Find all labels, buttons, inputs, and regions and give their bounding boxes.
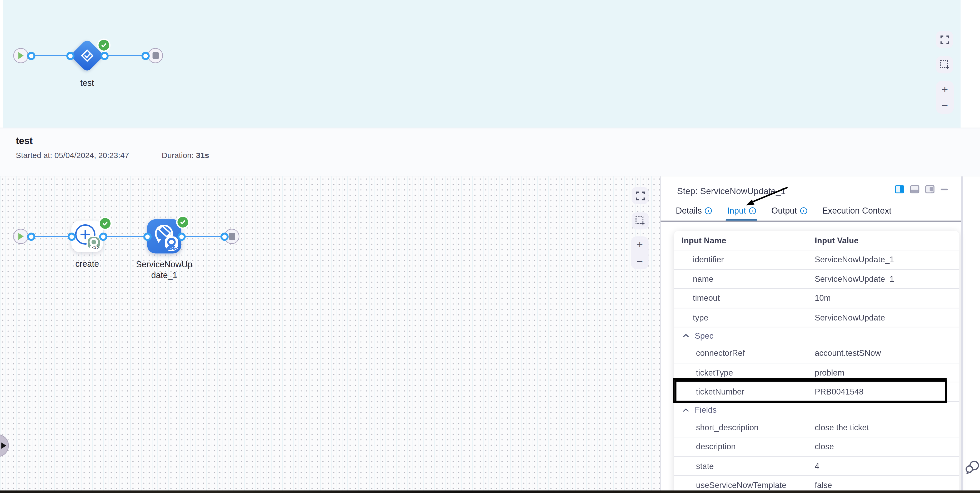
started-label: Started at: (16, 151, 52, 160)
input-row-identifier: identifierServiceNowUpdate_1 (674, 250, 959, 270)
run-duration: Duration: 31s (162, 151, 209, 160)
input-value-cell: 4 (815, 461, 959, 471)
chevron-up-icon[interactable] (682, 408, 689, 412)
tab-label: Output (771, 206, 797, 215)
fullscreen-icon (940, 35, 949, 44)
input-value-cell: close (815, 442, 959, 452)
input-name-cell: connectorRef (674, 348, 815, 358)
code-icon: </> (92, 245, 100, 250)
input-name-cell: description (674, 442, 815, 452)
input-value-cell: ServiceNowUpdate (815, 313, 959, 322)
group-header-spec[interactable]: Spec (674, 327, 959, 344)
input-name-cell: useServiceNowTemplate (674, 480, 815, 490)
step-node-servicenowupdate-1[interactable]: </> (147, 219, 181, 254)
tab-label: Execution Context (822, 206, 891, 215)
play-icon (18, 52, 24, 59)
layout-right-panel-icon[interactable] (895, 185, 904, 193)
tab-details[interactable]: Details i (676, 206, 712, 220)
success-check-badge-icon (176, 215, 189, 228)
input-value-cell: ServiceNowUpdate_1 (815, 255, 959, 265)
page: test + − test Started at: 05/04/2024, 20… (0, 0, 980, 493)
edge-connector (31, 236, 72, 237)
chat-icon[interactable] (965, 460, 980, 475)
step-details-panel: Step: ServiceNowUpdate_1 Details (660, 176, 980, 493)
input-row-connectorRef: connectorRefaccount.testSNow (674, 344, 959, 363)
panel-tabs: Details i Input i Output i Execution Con… (676, 202, 891, 221)
input-name-cell: short_description (674, 423, 815, 432)
success-check-badge-icon (97, 38, 111, 52)
minimize-icon[interactable] (940, 185, 948, 193)
panel-layout-controls (895, 185, 948, 193)
node-port (27, 232, 35, 241)
pipeline-end-node (148, 48, 163, 63)
node-port (143, 232, 151, 241)
stop-icon (152, 52, 159, 59)
panel-expand-handle[interactable] (0, 434, 9, 457)
tab-output[interactable]: Output i (771, 206, 807, 220)
marquee-select-icon (940, 60, 949, 70)
run-info-bar: test Started at: 05/04/2024, 20:23:47 Du… (0, 128, 980, 176)
input-row-short_description: short_descriptionclose the ticket (674, 418, 959, 437)
input-value-cell: problem (815, 368, 959, 377)
step-label[interactable]: ServiceNowUpdate_1 (134, 259, 194, 281)
panel-title: Step: ServiceNowUpdate_1 (677, 186, 786, 196)
input-row-name: nameServiceNowUpdate_1 (674, 270, 959, 289)
tab-execution-context[interactable]: Execution Context (822, 206, 891, 220)
step-graph-canvas[interactable]: </> create </ (0, 176, 660, 493)
input-table-body: identifierServiceNowUpdate_1nameServiceN… (674, 250, 959, 493)
input-name-cell: name (674, 274, 815, 284)
step-node-create[interactable]: </> (71, 221, 103, 252)
info-icon[interactable]: i (800, 207, 807, 214)
zoom-out-button[interactable]: − (936, 97, 954, 114)
input-name-cell: identifier (674, 255, 815, 265)
input-name-cell: ticketType (674, 368, 815, 377)
node-port (141, 52, 149, 60)
edge-connector (103, 236, 147, 237)
zoom-in-button[interactable]: + (936, 81, 954, 97)
stage-label[interactable]: test (49, 78, 125, 88)
node-port (220, 232, 228, 241)
caret-right-icon (1, 442, 6, 449)
edge-connector (104, 55, 145, 56)
node-port (67, 232, 76, 241)
input-row-type: typeServiceNowUpdate (674, 308, 959, 327)
input-row-timeout: timeout10m (674, 289, 959, 308)
tab-input[interactable]: Input i (727, 206, 756, 220)
layout-bottom-panel-icon[interactable] (910, 185, 920, 193)
chevron-up-icon[interactable] (682, 333, 689, 337)
pipeline-start-node (13, 48, 29, 63)
group-label: Fields (695, 405, 717, 415)
input-row-ticketNumber: ticketNumberPRB0041548 (674, 382, 959, 402)
tab-label: Input (727, 206, 746, 215)
input-row-description: descriptionclose (674, 437, 959, 457)
pipeline-start-node (13, 229, 29, 244)
group-label: Spec (695, 331, 713, 340)
node-port (66, 52, 74, 60)
group-header-fields[interactable]: Fields (674, 402, 959, 418)
input-value-cell: 10m (815, 294, 959, 303)
input-row-state: state4 (674, 457, 959, 476)
marquee-select-button[interactable] (632, 212, 649, 230)
info-icon[interactable]: i (705, 207, 712, 214)
fullscreen-button[interactable] (632, 187, 649, 204)
input-value-cell: false (815, 480, 959, 490)
fullscreen-button[interactable] (936, 31, 953, 48)
zoom-controls: + − (631, 236, 649, 270)
zoom-out-button[interactable]: − (631, 253, 649, 269)
zoom-in-button[interactable]: + (631, 236, 649, 253)
success-check-badge-icon (98, 217, 111, 230)
panel-scrollbar-track[interactable] (961, 176, 963, 491)
step-label[interactable]: create (56, 259, 119, 269)
layout-floating-panel-icon[interactable] (925, 185, 935, 193)
info-icon[interactable]: i (749, 207, 756, 214)
input-name-cell: ticketNumber (674, 387, 815, 396)
run-title: test (16, 136, 33, 146)
marquee-select-button[interactable] (936, 56, 953, 73)
input-name-cell: type (674, 313, 815, 322)
column-header: Input Value (815, 235, 959, 245)
stage-graph-canvas[interactable]: test + − (3, 0, 961, 128)
input-table-header: Input Name Input Value (674, 231, 959, 250)
duration-label: Duration: (162, 151, 194, 160)
input-name-cell: timeout (674, 294, 815, 303)
node-port (27, 52, 35, 60)
